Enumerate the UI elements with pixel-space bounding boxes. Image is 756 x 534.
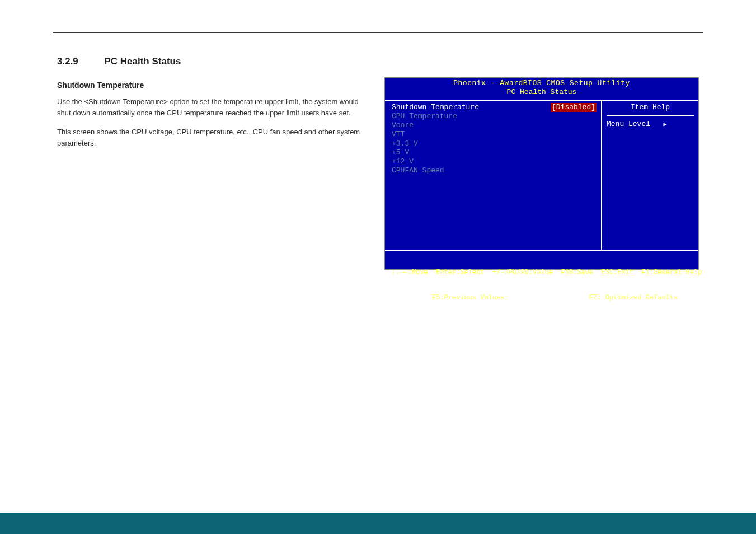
bios-item-shutdown-temp[interactable]: Shutdown Temperature [Disabled] <box>392 103 597 112</box>
page-content: 3.2.9 PC Health Status Shutdown Temperat… <box>57 56 699 270</box>
bios-footer-line2: F5:Previous Values F7: Optimized Default… <box>392 294 692 302</box>
bios-menu-level: Menu Level ▶ <box>607 120 694 129</box>
triangle-right-icon: ▶ <box>663 121 666 128</box>
page-bottom-bar <box>0 513 756 534</box>
body-row: Shutdown Temperature Use the <Shutdown T… <box>57 77 699 270</box>
bios-item-cpu-temp: CPU Temperature <box>392 112 597 121</box>
bios-item-cpufan: CPUFAN Speed <box>392 166 597 175</box>
bios-item-help-title: Item Help <box>607 103 694 116</box>
paragraph-2: This screen shows the CPU voltage, CPU t… <box>57 127 374 149</box>
bios-main: Shutdown Temperature [Disabled] CPU Temp… <box>385 100 698 251</box>
bios-item-12v: +12 V <box>392 157 597 166</box>
bios-screenshot: Phoenix - AwardBIOS CMOS Setup Utility P… <box>384 77 699 270</box>
section-number: 3.2.9 <box>57 56 102 67</box>
bios-header: Phoenix - AwardBIOS CMOS Setup Utility P… <box>385 78 698 100</box>
bios-right-panel: Item Help Menu Level ▶ <box>602 101 698 250</box>
bios-item-3v3: +3.3 V <box>392 139 597 148</box>
bios-item-vcore: Vcore <box>392 121 597 130</box>
section-title: PC Health Status <box>104 56 181 67</box>
bios-window: Phoenix - AwardBIOS CMOS Setup Utility P… <box>384 77 699 270</box>
bios-item-vtt: VTT <box>392 130 597 139</box>
bios-item-5v: +5 V <box>392 148 597 157</box>
bios-menu-level-label: Menu Level <box>607 120 650 128</box>
bios-item-value: [Disabled] <box>551 103 597 112</box>
text-column: Shutdown Temperature Use the <Shutdown T… <box>57 77 374 270</box>
bios-footer: ↑↓→←:Move Enter:Select +/-/PU/PD:Value F… <box>385 251 698 321</box>
bios-item-label: Shutdown Temperature <box>392 103 479 112</box>
section-heading: 3.2.9 PC Health Status <box>57 56 699 67</box>
bios-footer-line1: ↑↓→←:Move Enter:Select +/-/PU/PD:Value F… <box>392 269 692 277</box>
paragraph-1: Use the <Shutdown Temperature> option to… <box>57 96 374 119</box>
bios-title-line2: PC Health Status <box>385 88 698 97</box>
bios-title-line1: Phoenix - AwardBIOS CMOS Setup Utility <box>385 79 698 88</box>
subheading-shutdown: Shutdown Temperature <box>57 81 374 90</box>
bios-left-panel: Shutdown Temperature [Disabled] CPU Temp… <box>385 101 602 250</box>
page-top-divider <box>53 32 703 33</box>
